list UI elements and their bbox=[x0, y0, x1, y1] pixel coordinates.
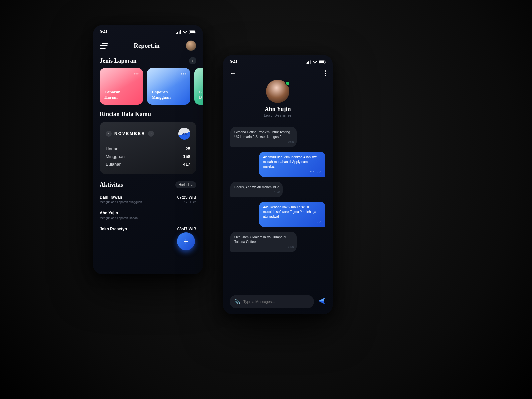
month-nav: ‹ NOVEMBER › bbox=[106, 131, 154, 137]
activity-filter-chip[interactable]: Hari ini⌄ bbox=[175, 181, 196, 188]
status-bar: 9:41 bbox=[93, 25, 203, 36]
svg-rect-3 bbox=[180, 30, 181, 34]
activity-sub: Mengupload Laporan Harian bbox=[100, 216, 138, 220]
svg-rect-2 bbox=[179, 31, 180, 34]
next-month-button[interactable]: › bbox=[148, 131, 154, 137]
month-label: NOVEMBER bbox=[114, 131, 145, 136]
chat-header: ← Ahn Yujin Lead Designer bbox=[223, 66, 333, 123]
reports-more-button[interactable]: › bbox=[189, 57, 196, 64]
avatar[interactable] bbox=[186, 40, 196, 51]
stat-value: 158 bbox=[183, 154, 190, 159]
svg-rect-5 bbox=[190, 31, 195, 33]
section-title-reports: Jenis Laporan bbox=[100, 57, 137, 64]
message-sent[interactable]: Alhamdulillah, dimudahkan Allah swt, mud… bbox=[259, 152, 325, 177]
activity-header: Aktivitas Hari ini⌄ bbox=[93, 180, 203, 192]
message-text: Gimana Define Problem untuk Testing UX k… bbox=[234, 130, 293, 139]
app-title: Report.in bbox=[134, 42, 160, 49]
stat-row: Harian25 bbox=[106, 145, 190, 153]
menu-icon[interactable] bbox=[100, 43, 108, 49]
message-received[interactable]: Oke, Jam 7 Malam ini ya, Jumpa di Takada… bbox=[230, 232, 297, 252]
activity-time: 03:47 WIB bbox=[177, 227, 196, 231]
chat-role: Lead Designer bbox=[230, 114, 326, 117]
stat-label: Mingguan bbox=[106, 154, 125, 159]
phone-chat: 9:41 ← Ahn Yujin Lead Designer Gimana De… bbox=[223, 55, 333, 314]
message-field[interactable] bbox=[243, 300, 309, 304]
card-menu-icon[interactable]: ••• bbox=[181, 71, 186, 77]
card-label: Laporan bbox=[104, 89, 138, 95]
status-icons bbox=[176, 30, 196, 34]
activity-time: 07:25 WIB bbox=[177, 195, 196, 200]
message-time: 14:21 bbox=[234, 245, 294, 249]
svg-rect-7 bbox=[306, 63, 307, 64]
activity-meta: 172 Files bbox=[184, 200, 196, 204]
data-card: ‹ NOVEMBER › 60% Harian25 Mingguan158 Bu… bbox=[100, 122, 196, 174]
card-label: B bbox=[199, 95, 203, 100]
card-menu-icon[interactable]: ••• bbox=[133, 71, 139, 77]
activity-name: Ahn Yujin bbox=[100, 211, 118, 215]
chat-input-row: 📎 bbox=[230, 295, 326, 308]
svg-rect-0 bbox=[176, 33, 177, 34]
chevron-down-icon: ⌄ bbox=[190, 183, 193, 187]
chat-name: Ahn Yujin bbox=[230, 106, 326, 113]
card-label: Mingguan bbox=[152, 95, 186, 100]
prev-month-button[interactable]: ‹ bbox=[106, 131, 112, 137]
signal-icon bbox=[176, 30, 181, 34]
message-received[interactable]: Gimana Define Problem untuk Testing UX k… bbox=[230, 127, 297, 147]
status-bar: 9:41 bbox=[223, 55, 333, 66]
message-received[interactable]: Bagus, Ada waktu malam ini ? 11:49 bbox=[230, 182, 283, 197]
message-time: 10:47 bbox=[310, 170, 316, 173]
chat-profile: Ahn Yujin Lead Designer bbox=[230, 80, 326, 117]
activity-item[interactable]: Ahn Yujin Mengupload Laporan Harian bbox=[100, 207, 196, 223]
wifi-icon bbox=[183, 30, 188, 34]
status-icons bbox=[306, 60, 326, 64]
message-text: Alhamdulillah, dimudahkan Allah swt, mud… bbox=[263, 155, 321, 169]
percent-badge: 60% bbox=[177, 126, 192, 141]
activity-list: Dani Irawan07:25 WIB Mengupload Laporan … bbox=[93, 192, 203, 236]
activity-sub: Mengupload Laporan Mingguan bbox=[100, 200, 142, 204]
attachment-icon[interactable]: 📎 bbox=[234, 299, 240, 304]
chat-input[interactable]: 📎 bbox=[230, 295, 314, 308]
svg-rect-1 bbox=[177, 32, 178, 34]
message-text: Ada, kenapa kak ? mau diskusi masalah so… bbox=[263, 205, 321, 219]
online-indicator bbox=[285, 81, 290, 86]
svg-rect-9 bbox=[308, 61, 309, 64]
signal-icon bbox=[306, 60, 311, 64]
filter-label: Hari ini bbox=[179, 183, 189, 187]
report-card-bulanan[interactable]: L B bbox=[194, 68, 203, 105]
stat-value: 25 bbox=[186, 146, 190, 151]
activity-name: Joko Prasetyo bbox=[100, 227, 127, 231]
card-label: Laporan bbox=[152, 89, 186, 95]
section-data-header: Rincian Data Kamu bbox=[93, 111, 203, 122]
read-receipt-icon: ✓✓ bbox=[317, 170, 321, 174]
chat-avatar[interactable] bbox=[266, 80, 289, 103]
svg-rect-13 bbox=[325, 61, 326, 63]
send-button[interactable] bbox=[317, 297, 326, 307]
more-menu-button[interactable] bbox=[325, 70, 326, 76]
message-time: 10:31 bbox=[234, 140, 294, 144]
section-title-data: Rincian Data Kamu bbox=[100, 111, 151, 118]
message-text: Oke, Jam 7 Malam ini ya, Jumpa di Takada… bbox=[234, 235, 293, 244]
svg-rect-6 bbox=[196, 31, 196, 33]
chat-body[interactable]: Gimana Define Problem untuk Testing UX k… bbox=[223, 123, 333, 252]
read-receipt-icon: ✓✓ bbox=[317, 220, 321, 224]
card-label: Harian bbox=[104, 95, 138, 100]
message-sent[interactable]: Ada, kenapa kak ? mau diskusi masalah so… bbox=[259, 202, 325, 227]
status-time: 9:41 bbox=[100, 30, 108, 34]
svg-rect-12 bbox=[319, 61, 324, 63]
message-time: 11:49 bbox=[234, 191, 280, 194]
status-time: 9:41 bbox=[230, 60, 238, 64]
report-card-harian[interactable]: ••• Laporan Harian bbox=[100, 68, 143, 105]
app-header: Report.in bbox=[93, 36, 203, 57]
phone-report: 9:41 Report.in Jenis Laporan › ••• Lapor… bbox=[93, 25, 203, 274]
activity-item[interactable]: Dani Irawan07:25 WIB Mengupload Laporan … bbox=[100, 192, 196, 207]
activity-name: Dani Irawan bbox=[100, 195, 122, 200]
section-title-activity: Aktivitas bbox=[100, 181, 123, 188]
stat-value: 417 bbox=[183, 162, 190, 167]
section-reports-header: Jenis Laporan › bbox=[93, 57, 203, 68]
back-button[interactable]: ← bbox=[230, 69, 236, 77]
card-label: L bbox=[199, 89, 203, 95]
add-button[interactable]: + bbox=[177, 232, 195, 250]
wifi-icon bbox=[312, 60, 317, 64]
report-card-mingguan[interactable]: ••• Laporan Mingguan bbox=[147, 68, 190, 105]
report-cards-row[interactable]: ••• Laporan Harian ••• Laporan Mingguan … bbox=[93, 68, 203, 111]
